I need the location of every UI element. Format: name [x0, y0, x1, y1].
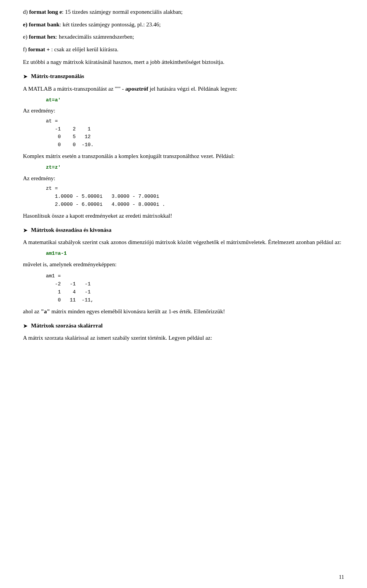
- line-d: d) format long e: 15 tizedes számjegy no…: [23, 8, 344, 16]
- muvelet-text: művelet is, amelynek eredményeképpen:: [23, 261, 117, 267]
- scalar-intro: A mátrix szorzata skalárissal az ismert …: [23, 333, 344, 342]
- muvelet-paragraph: művelet is, amelynek eredményeképpen:: [23, 260, 344, 269]
- page-number: 11: [339, 574, 344, 580]
- format-plus-bold: format +: [28, 46, 50, 52]
- code-am1-result-pre: am1 = -2 -1 -1 1 4 -1 0 11 -11,: [46, 272, 344, 304]
- apostrophe-bold: aposztróf: [125, 86, 148, 92]
- ahol-text1: ahol az: [23, 308, 41, 314]
- line-d-rest: : 15 tizedes számjegy normál exponenciál…: [62, 9, 183, 15]
- ahol-paragraph: ahol az "a" mátrix minden egyes eleméből…: [23, 307, 344, 316]
- format-hex-bold: format hex: [29, 34, 55, 40]
- code-am1-result: am1 = -2 -1 -1 1 4 -1 0 11 -11,: [46, 272, 344, 304]
- komplex-paragraph: Komplex mátrix esetén a transzponálás a …: [23, 151, 344, 161]
- line-f-plus: f) format + : csak az előjel kerül kiírá…: [23, 45, 344, 54]
- section-transpose-title: Mátrix-transzponálás: [31, 72, 84, 81]
- code-zt-result-pre: zt = 1.0000 - 5.0000i 3.0000 - 7.0000i 2…: [46, 185, 344, 208]
- hasonlitsuk-paragraph: Hasonlítsuk össze a kapott eredményeket …: [23, 211, 344, 220]
- arrow-icon-3: ➤: [23, 322, 28, 331]
- ahol-text2: mátrix minden egyes eleméből kivonásra k…: [50, 308, 225, 314]
- addsubtract-text: A matematikai szabályok szerint csak azo…: [23, 239, 341, 245]
- code-am1-equals-a-minus-1: am1=a-1: [46, 250, 344, 258]
- code-zt-equals-z-prime: zt=z': [46, 164, 344, 172]
- section-transpose-heading: ➤ Mátrix-transzponálás: [23, 72, 344, 81]
- code-at-equals-a-prime: at=a': [46, 96, 344, 104]
- line-e-bank: e) format bank: két tizedes számjegy pon…: [23, 20, 344, 29]
- ez-utobbi-paragraph: Ez utóbbi a nagy mátrixok kiíratásánál h…: [23, 57, 344, 67]
- komplex-text: Komplex mátrix esetén a transzponálás a …: [23, 153, 235, 159]
- section-addsubtract-title: Mátrixok összeadása és kivonása: [31, 226, 111, 235]
- code-at-result-pre: at = -1 2 1 0 5 12 0 0 -10.: [46, 117, 344, 149]
- line-e-bank-rest: : két tizedes számjegy pontosság, pl.: 2…: [60, 21, 161, 28]
- section-scalar-title: Mátrixok szorzása skalárrral: [31, 321, 102, 330]
- section-addsubtract-heading: ➤ Mátrixok összeadása és kivonása: [23, 226, 344, 235]
- az-eredmeny-label-2: Az eredmény:: [23, 174, 344, 183]
- ahol-a-bold: "a": [41, 308, 50, 314]
- transpose-intro-text1: A MATLAB a mátrix-transzponálást az "'" …: [23, 86, 125, 92]
- line-e-hex: e) format hex: hexadecimális számrendsze…: [23, 33, 344, 41]
- az-eredmeny-label-1: Az eredmény:: [23, 106, 344, 115]
- transpose-intro-text2: jel hatására végzi el. Példának legyen:: [148, 86, 237, 92]
- section-scalar-heading: ➤ Mátrixok szorzása skalárrral: [23, 321, 344, 331]
- arrow-icon-1: ➤: [23, 72, 28, 81]
- transpose-intro: A MATLAB a mátrix-transzponálást az "'" …: [23, 84, 344, 93]
- line-f-plus-rest: : csak az előjel kerül kiírásra.: [50, 46, 119, 52]
- format-long-e-bold: format long e: [29, 9, 62, 15]
- scalar-text: A mátrix szorzata skalárissal az ismert …: [23, 335, 212, 341]
- code-zt-result: zt = 1.0000 - 5.0000i 3.0000 - 7.0000i 2…: [46, 185, 344, 208]
- arrow-icon-2: ➤: [23, 226, 28, 235]
- addsubtract-intro: A matematikai szabályok szerint csak azo…: [23, 238, 344, 247]
- hasonlitsuk-text: Hasonlítsuk össze a kapott eredményeket …: [23, 213, 172, 219]
- format-bank-bold: e) format bank: [23, 21, 60, 28]
- ez-utobbi-text: Ez utóbbi a nagy mátrixok kiíratásánál h…: [23, 59, 224, 65]
- line-e-hex-rest: : hexadecimális számrendszerben;: [56, 34, 134, 40]
- code-at-result: at = -1 2 1 0 5 12 0 0 -10.: [46, 117, 344, 149]
